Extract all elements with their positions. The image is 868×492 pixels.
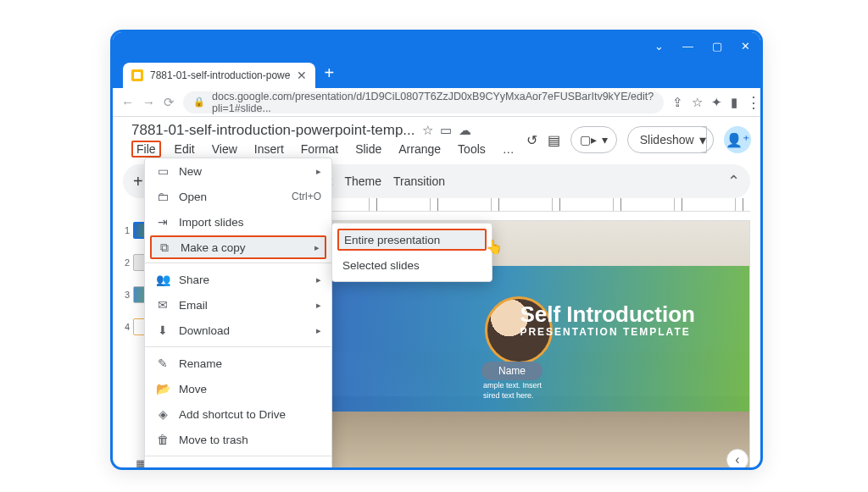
- pencil-icon: ✎: [155, 357, 170, 370]
- menu-edit[interactable]: Edit: [171, 141, 198, 158]
- menu-download[interactable]: ⬇Download▸: [145, 318, 331, 343]
- address-bar: ← → ⟳ 🔒 docs.google.com/presentation/d/1…: [113, 88, 760, 117]
- thumb-num: 1: [125, 225, 130, 235]
- menu-open[interactable]: 🗀OpenCtrl+O: [145, 184, 331, 209]
- menu-tools[interactable]: Tools: [454, 141, 489, 158]
- slides-header: 7881-01-self-introduction-powerpoint-tem…: [113, 117, 760, 158]
- profile-icon[interactable]: ▮: [731, 95, 737, 110]
- download-icon: ⬇: [155, 323, 170, 337]
- star-doc-icon[interactable]: ☆: [422, 123, 433, 138]
- star-icon[interactable]: ☆: [692, 95, 703, 110]
- menu-version-history[interactable]: ↻Version history▸: [145, 460, 331, 470]
- share-url-icon[interactable]: ⇪: [672, 95, 683, 110]
- menu-file[interactable]: File: [131, 141, 161, 158]
- share-icon: 👥: [155, 273, 170, 286]
- thumb-num: 2: [125, 257, 130, 268]
- menu-insert[interactable]: Insert: [251, 141, 287, 158]
- make-copy-submenu: Entire presentation Selected slides: [331, 223, 492, 282]
- file-dropdown-menu: ▭New▸ 🗀OpenCtrl+O ⇥Import slides ⧉Make a…: [144, 158, 332, 470]
- menu-trash[interactable]: 🗑Move to trash: [145, 427, 331, 452]
- email-icon: ✉: [155, 298, 170, 312]
- chevron-right-icon: ▸: [316, 300, 321, 311]
- cloud-status-icon[interactable]: ☁: [459, 123, 471, 138]
- name-pill: Name: [481, 362, 542, 380]
- chrome-menu-icon[interactable]: ⋮: [746, 93, 761, 112]
- chevron-right-icon: ▸: [314, 242, 320, 253]
- browser-window: ⌄ ― ▢ ✕ 7881-01-self-introduction-powe ✕…: [110, 30, 763, 470]
- new-tab-button[interactable]: +: [324, 64, 334, 83]
- menu-add-shortcut[interactable]: ◈Add shortcut to Drive: [145, 401, 331, 427]
- chevron-right-icon: ▸: [316, 467, 321, 471]
- toolbar-transition[interactable]: Transition: [393, 174, 445, 188]
- import-icon: ⇥: [155, 215, 170, 229]
- person-plus-icon: 👤⁺: [726, 132, 749, 148]
- chevron-right-icon: ▸: [316, 325, 321, 336]
- new-slide-button[interactable]: +: [133, 172, 143, 191]
- submenu-entire-presentation[interactable]: Entire presentation: [337, 229, 487, 251]
- share-button[interactable]: 👤⁺: [724, 126, 751, 153]
- ruler: [308, 198, 750, 212]
- menu-view[interactable]: View: [209, 141, 241, 158]
- camera-icon: ▢▸: [580, 133, 597, 146]
- menu-arrange[interactable]: Arrange: [395, 141, 444, 158]
- toolbar-theme[interactable]: Theme: [344, 174, 381, 188]
- nav-reload-icon[interactable]: ⟳: [164, 95, 175, 110]
- window-minimize-icon[interactable]: ―: [682, 40, 693, 53]
- window-titlebar: ⌄ ― ▢ ✕: [113, 32, 760, 59]
- meet-button[interactable]: ▢▸▾: [570, 126, 617, 153]
- menu-move[interactable]: 📂Move: [145, 376, 331, 401]
- comments-icon[interactable]: ▤: [548, 132, 560, 148]
- trash-icon: 🗑: [155, 433, 170, 446]
- chevron-down-icon: ▾: [602, 133, 608, 146]
- url-text: docs.google.com/presentation/d/1D9CiL080…: [212, 91, 654, 114]
- extensions-icon[interactable]: ✦: [711, 95, 722, 110]
- menu-import-slides[interactable]: ⇥Import slides: [145, 209, 331, 235]
- slideshow-dropdown[interactable]: ▾: [693, 126, 714, 153]
- move-doc-icon[interactable]: ▭: [440, 123, 452, 138]
- toolbar-collapse-icon[interactable]: ⌃: [727, 172, 740, 191]
- menu-share[interactable]: 👥Share▸: [145, 267, 331, 292]
- new-icon: ▭: [155, 164, 170, 178]
- menu-more[interactable]: …: [499, 141, 518, 158]
- tab-title: 7881-01-self-introduction-powe: [150, 69, 290, 81]
- browser-tab[interactable]: 7881-01-self-introduction-powe ✕: [123, 63, 315, 88]
- slide-title: Self Introduction: [520, 301, 695, 328]
- nav-forward-icon[interactable]: →: [142, 95, 155, 109]
- omnibox[interactable]: 🔒 docs.google.com/presentation/d/1D9CiL0…: [183, 91, 664, 113]
- menu-rename[interactable]: ✎Rename: [145, 351, 331, 376]
- menu-slide[interactable]: Slide: [352, 141, 385, 158]
- doc-title[interactable]: 7881-01-self-introduction-powerpoint-tem…: [131, 122, 415, 139]
- chevron-right-icon: ▸: [316, 166, 321, 177]
- slide-subtitle: PRESENTATION TEMPLATE: [520, 326, 690, 338]
- drive-shortcut-icon: ◈: [155, 407, 170, 421]
- thumb-num: 3: [125, 290, 130, 300]
- pointer-cursor-icon: 👆: [486, 239, 503, 255]
- thumb-num: 4: [125, 322, 130, 332]
- move-icon: 📂: [155, 382, 170, 395]
- sample-text: ample text. Insertsired text here.: [483, 381, 542, 401]
- submenu-selected-slides[interactable]: Selected slides: [332, 252, 492, 278]
- lock-icon: 🔒: [193, 97, 205, 108]
- menu-make-copy[interactable]: ⧉Make a copy▸: [150, 235, 326, 259]
- folder-icon: 🗀: [155, 190, 170, 203]
- chevron-right-icon: ▸: [316, 274, 321, 285]
- window-maximize-icon[interactable]: ▢: [712, 40, 722, 53]
- menu-new[interactable]: ▭New▸: [145, 158, 331, 184]
- tab-strip: 7881-01-self-introduction-powe ✕ +: [113, 59, 760, 88]
- window-chevron-icon[interactable]: ⌄: [654, 40, 664, 53]
- slides-favicon-icon: [131, 69, 143, 81]
- toolbar-right: ⇪ ☆ ✦ ▮ ⋮: [672, 93, 761, 112]
- copy-icon: ⧉: [157, 240, 172, 255]
- nav-back-icon[interactable]: ←: [121, 95, 134, 109]
- menu-email[interactable]: ✉Email▸: [145, 292, 331, 318]
- window-close-icon[interactable]: ✕: [741, 40, 750, 53]
- history-icon[interactable]: ↺: [526, 132, 537, 148]
- menubar: File Edit View Insert Format Slide Arran…: [131, 141, 518, 158]
- history-icon: ↻: [155, 466, 170, 470]
- tab-close-icon[interactable]: ✕: [297, 69, 307, 82]
- menu-format[interactable]: Format: [298, 141, 342, 158]
- explore-button[interactable]: ‹: [726, 449, 748, 470]
